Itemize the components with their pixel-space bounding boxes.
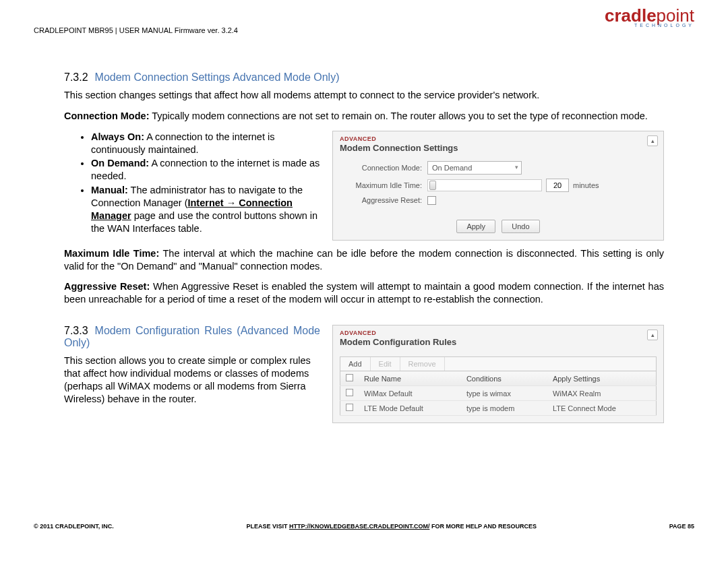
modem-connection-settings-panel: ADVANCED Modem Connection Settings ▴ Con… [332,131,664,241]
chevron-down-icon: ▾ [515,164,518,170]
connection-mode-select[interactable]: On Demand ▾ [427,161,522,175]
max-idle-desc: Maximum Idle Time: The interval at which… [64,247,664,273]
col-apply-settings: Apply Settings [547,371,657,386]
collapse-button[interactable]: ▴ [647,330,658,340]
col-conditions: Conditions [461,371,547,386]
idle-time-input[interactable] [546,179,569,192]
aggressive-reset-checkbox[interactable] [427,196,436,205]
advanced-badge: ADVANCED [340,135,657,142]
select-all-checkbox[interactable] [346,374,353,381]
panel-title: Modem Connection Settings [340,143,657,153]
modem-config-rules-panel: ADVANCED Modem Configuration Rules ▴ Add… [332,325,664,423]
section-heading-732: 7.3.2Modem Connection Settings Advanced … [64,71,664,84]
footer-copyright: © 2011 CRADLEPOINT, INC. [34,523,114,530]
aggressive-reset-desc: Aggressive Reset: When Aggressive Reset … [64,280,664,306]
row-checkbox[interactable] [346,389,353,396]
section-heading-733: 7.3.3Modem Configuration Rules (Advanced… [64,325,320,349]
connection-mode-list: Always On: A connection to the internet … [64,131,320,235]
rules-table: Rule Name Conditions Apply Settings WiMa… [340,371,657,416]
row-checkbox[interactable] [346,404,353,411]
collapse-button[interactable]: ▴ [647,135,658,146]
add-button[interactable]: Add [340,357,371,371]
max-idle-label: Maximum Idle Time: [340,181,427,189]
slider-thumb[interactable] [429,181,436,190]
brand-logo: cradlepoint TECHNOLOGY [605,7,694,28]
knowledgebase-link[interactable]: HTTP://KNOWLEDGEBASE.CRADLEPOINT.COM/ [289,523,430,530]
table-row[interactable]: LTE Mode Default type is modem LTE Conne… [340,401,657,416]
edit-button[interactable]: Edit [371,357,400,371]
aggressive-reset-label: Aggressive Reset: [340,196,427,204]
idle-time-unit: minutes [573,181,599,189]
panel-title: Modem Configuration Rules [340,337,657,347]
remove-button[interactable]: Remove [400,357,445,371]
doc-title: CRADLEPOINT MBR95 | USER MANUAL Firmware… [34,26,694,34]
section2-text: This section allows you to create simple… [64,354,320,405]
undo-button[interactable]: Undo [502,220,539,233]
connection-mode-desc: Connection Mode: Typically modem connect… [64,110,664,123]
rules-toolbar: Add Edit Remove [340,356,657,371]
table-header-row: Rule Name Conditions Apply Settings [340,371,657,386]
table-row[interactable]: WiMax Default type is wimax WiMAX Realm [340,386,657,401]
section-intro: This section changes settings that affec… [64,89,664,102]
advanced-badge: ADVANCED [340,330,657,336]
connection-mode-label: Connection Mode: [340,164,427,172]
idle-time-slider[interactable] [427,179,542,191]
col-rule-name: Rule Name [359,371,461,386]
footer-page: PAGE 85 [669,523,694,530]
footer-help: PLEASE VISIT HTTP://KNOWLEDGEBASE.CRADLE… [114,523,669,530]
apply-button[interactable]: Apply [456,220,495,233]
page-footer: © 2011 CRADLEPOINT, INC. PLEASE VISIT HT… [34,523,694,530]
